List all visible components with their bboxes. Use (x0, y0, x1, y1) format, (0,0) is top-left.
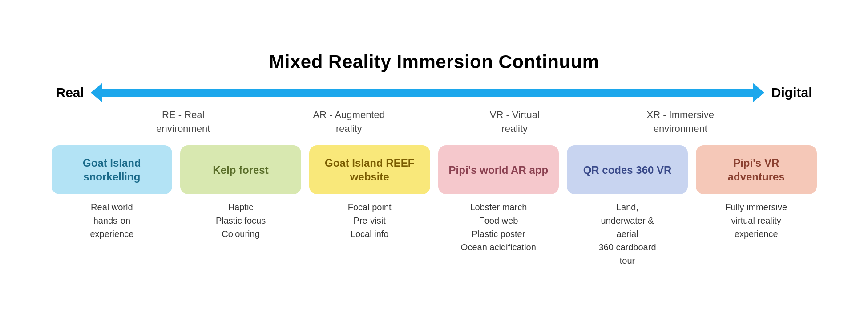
category-xr: XR - Immersive environment (598, 108, 763, 136)
desc-goat-reef: Focal point Pre-visit Local info (348, 200, 392, 241)
page-title: Mixed Reality Immersion Continuum (52, 51, 817, 73)
col-goat-reef: Goat Island REEF website Focal point Pre… (309, 145, 430, 241)
arrow-right-label: Digital (759, 85, 812, 100)
category-ar: AR - Augmented reality (266, 108, 432, 136)
card-goat-reef: Goat Island REEF website (309, 145, 430, 194)
card-kelp-forest: Kelp forest (180, 145, 301, 194)
categories-row: RE - Real environment AR - Augmented rea… (52, 108, 817, 136)
col-goat-snorkelling: Goat Island snorkelling Real world hands… (52, 145, 173, 241)
page-container: Mixed Reality Immersion Continuum Real D… (34, 38, 835, 286)
card-qr-codes: QR codes 360 VR (567, 145, 688, 194)
desc-pipis-world: Lobster march Food web Plastic poster Oc… (461, 200, 536, 254)
arrow-line (101, 89, 755, 97)
col-pipis-vr: Pipi's VR adventures Fully immersive vir… (696, 145, 817, 241)
desc-kelp-forest: Haptic Plastic focus Colouring (216, 200, 266, 241)
card-pipis-vr: Pipi's VR adventures (696, 145, 817, 194)
desc-qr-codes: Land, underwater & aerial 360 cardboard … (599, 200, 656, 267)
continuum-arrow-row: Real Digital (52, 85, 817, 100)
cards-row: Goat Island snorkelling Real world hands… (52, 145, 817, 267)
desc-pipis-vr: Fully immersive virtual reality experien… (725, 200, 787, 241)
card-goat-snorkelling: Goat Island snorkelling (52, 145, 173, 194)
col-pipis-world: Pipi's world AR app Lobster march Food w… (438, 145, 559, 254)
card-pipis-world: Pipi's world AR app (438, 145, 559, 194)
desc-goat-snorkelling: Real world hands-on experience (90, 200, 133, 241)
category-vr: VR - Virtual reality (432, 108, 598, 136)
arrow-left-label: Real (56, 85, 96, 100)
arrow-container (101, 89, 755, 97)
col-kelp-forest: Kelp forest Haptic Plastic focus Colouri… (180, 145, 301, 241)
col-qr-codes: QR codes 360 VR Land, underwater & aeria… (567, 145, 688, 267)
category-re: RE - Real environment (92, 108, 266, 136)
